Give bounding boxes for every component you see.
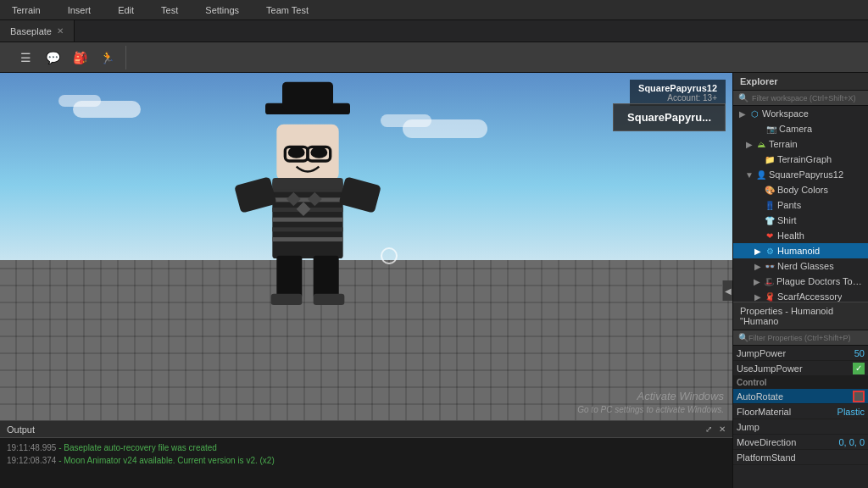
user-name: SquarePapyrus12 (638, 83, 717, 93)
tree-label-scarf: ScarfAccessory (777, 291, 842, 302)
menu-terrain[interactable]: Terrain (7, 3, 46, 17)
workspace-icon: ⬡ (748, 108, 760, 119)
props-header: Properties - Humanoid "Humano (733, 302, 868, 330)
filter-props-bar: 🔍 (733, 330, 868, 346)
scarf-icon: 🧣 (764, 291, 776, 302)
output-line-1: 19:11:48.995 - Baseplate auto-recovery f… (7, 441, 726, 454)
properties-panel: Properties - Humanoid "Humano 🔍 JumpPowe… (733, 302, 868, 488)
menu-insert[interactable]: Insert (63, 3, 97, 17)
char-left-leg (276, 256, 302, 298)
props-search-icon: 🔍 (738, 333, 748, 342)
tree-label-nerdglasses: Nerd Glasses (777, 261, 834, 271)
prop-check-usejumppower[interactable]: ✓ (853, 363, 865, 374)
tree-arrow-workspace: ▶ (738, 109, 747, 119)
tree-item-bodycolors[interactable]: 🎨 Body Colors (733, 182, 868, 197)
tree-arrow-plague: ▶ (754, 277, 761, 286)
user-overlay: SquarePapyrus12 Account: 13+ (630, 80, 726, 106)
character-area (223, 80, 392, 309)
tree-label-workspace: Workspace (762, 108, 809, 119)
tree-label-plague: Plague Doctors Top Hat (776, 276, 865, 286)
nerdglasses-icon: 👓 (764, 260, 776, 272)
bodycolors-icon: 🎨 (764, 184, 776, 196)
user-account: Account: 13+ (667, 93, 717, 103)
explorer-tree: ▶ ⬡ Workspace 📷 Camera ▶ ⛰ Terrain 📁 Ter… (733, 106, 868, 302)
svg-rect-4 (272, 228, 342, 232)
tree-item-pants[interactable]: 👖 Pants (733, 197, 868, 213)
toolbar-menu-btn[interactable]: ☰ (14, 46, 37, 69)
tab-close-button[interactable]: ✕ (57, 26, 64, 36)
prop-toggle-autorotate[interactable] (853, 391, 865, 402)
output-content: 19:11:48.995 - Baseplate auto-recovery f… (0, 438, 732, 470)
filter-workspace-input[interactable] (752, 94, 863, 103)
char-right-arm (338, 177, 381, 214)
toolbar-player-btn[interactable]: 🏃 (95, 46, 119, 69)
filter-props-input[interactable] (748, 334, 863, 342)
props-content: JumpPower 50 UseJumpPower ✓ Control Auto… (733, 346, 868, 488)
filter-workspace-bar: 🔍 (733, 91, 868, 106)
prop-val-jumppower: 50 (831, 348, 865, 358)
menu-edit[interactable]: Edit (113, 3, 139, 17)
output-expand[interactable]: ⤢ (705, 424, 712, 434)
menu-bar: Terrain Insert Edit Test Settings Team T… (0, 0, 868, 20)
prop-name-movedirection: MoveDirection (737, 437, 831, 447)
svg-point-9 (288, 147, 305, 158)
char-left-arm (234, 177, 276, 214)
tree-arrow-humanoid: ▶ (754, 247, 762, 256)
tree-arrow-nerd: ▶ (754, 262, 762, 271)
tree-label-terraingraph: TerrainGraph (777, 154, 832, 164)
player-button[interactable]: SquarePapyru... (613, 103, 726, 131)
svg-rect-15 (271, 294, 303, 305)
prop-name-floormaterial: FloorMaterial (737, 407, 831, 417)
prop-name-usejumppower: UseJumpPower (737, 363, 853, 374)
output-panel: Output ⤢ ✕ 19:11:48.995 - Baseplate auto… (0, 420, 732, 488)
prop-name-platformstand: PlatformStand (737, 452, 865, 463)
tree-item-humanoid[interactable]: ▶ ⚙ Humanoid (733, 243, 868, 258)
viewport[interactable]: SquarePapyrus12 Account: 13+ SquarePapyr… (0, 73, 732, 488)
svg-rect-3 (272, 218, 342, 222)
tree-item-plague[interactable]: ▶ 🎩 Plague Doctors Top Hat (733, 274, 868, 289)
toolbar-group-main: ☰ 💬 🎒 🏃 (7, 46, 126, 69)
prop-platformstand: PlatformStand (733, 450, 868, 465)
prop-autorotate[interactable]: AutoRotate (733, 389, 868, 404)
tree-item-terrain[interactable]: ▶ ⛰ Terrain (733, 136, 868, 152)
prop-name-autorotate: AutoRotate (737, 391, 853, 402)
toolbar-backpack-btn[interactable]: 🎒 (68, 46, 92, 69)
menu-teamtest[interactable]: Team Test (261, 3, 314, 17)
tree-arrow-player: ▼ (745, 170, 754, 180)
tree-label-camera: Camera (779, 124, 812, 134)
menu-settings[interactable]: Settings (200, 3, 244, 17)
tree-label-player: SquarePapyrus12 (769, 169, 843, 180)
tree-item-nerdglasses[interactable]: ▶ 👓 Nerd Glasses (733, 258, 868, 274)
char-hat-top (282, 82, 333, 110)
tab-baseplate[interactable]: Baseplate ✕ (0, 20, 75, 42)
tree-arrow-terrain: ▶ (745, 140, 754, 149)
terraingraph-icon: 📁 (764, 153, 776, 165)
tree-item-camera[interactable]: 📷 Camera (733, 121, 868, 136)
tree-item-scarf[interactable]: ▶ 🧣 ScarfAccessory (733, 289, 868, 302)
tree-item-terraingraph[interactable]: 📁 TerrainGraph (733, 152, 868, 167)
svg-rect-14 (272, 178, 342, 189)
tree-label-terrain: Terrain (769, 139, 798, 149)
output-timestamp-2: 19:12:08.374 (7, 456, 56, 465)
tree-label-health: Health (777, 230, 804, 241)
svg-rect-16 (314, 294, 345, 305)
explorer-header: Explorer (733, 73, 868, 91)
shirt-icon: 👕 (764, 214, 776, 226)
terrain-icon: ⛰ (755, 138, 767, 150)
tree-item-workspace[interactable]: ▶ ⬡ Workspace (733, 106, 868, 121)
output-close[interactable]: ✕ (719, 424, 726, 434)
tree-item-player[interactable]: ▼ 👤 SquarePapyrus12 (733, 167, 868, 182)
menu-test[interactable]: Test (156, 3, 183, 17)
character-svg (223, 80, 392, 309)
output-line-2: 19:12:08.374 - Moon Animator v24 availab… (7, 454, 726, 467)
tabs-bar: Baseplate ✕ (0, 20, 868, 42)
panel-expand-toggle[interactable]: ◀ (722, 280, 732, 301)
svg-point-10 (310, 147, 327, 158)
tree-arrow-scarf: ▶ (754, 292, 762, 302)
tree-item-health[interactable]: ❤ Health (733, 228, 868, 243)
prop-val-movedirection: 0, 0, 0 (831, 437, 865, 447)
tree-item-shirt[interactable]: 👕 Shirt (733, 213, 868, 228)
toolbar-chat-btn[interactable]: 💬 (41, 46, 64, 69)
pants-icon: 👖 (764, 199, 776, 211)
svg-rect-5 (272, 237, 342, 241)
